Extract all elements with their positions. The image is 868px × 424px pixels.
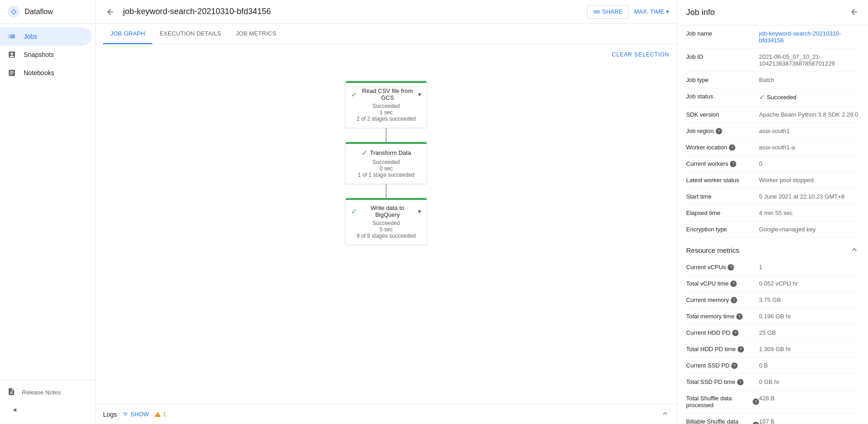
node-content-write-bq: ✓ Write data to BigQuery ▾ Succeeded 5 s… bbox=[346, 200, 427, 245]
info-row-job-id: Job ID 2021-06-05_07_10_21-1042136387388… bbox=[686, 49, 859, 72]
metric-row-total-memory-time: Total memory time ? 0.196 GB hr bbox=[686, 308, 859, 325]
share-button[interactable]: SHARE bbox=[587, 5, 629, 19]
node-stages-read-csv: 2 of 2 stages succeeded bbox=[351, 116, 421, 122]
max-time-button[interactable]: MAX. TIME ▾ bbox=[634, 8, 669, 15]
connector-2 bbox=[386, 184, 387, 198]
sidebar-collapse-button[interactable]: ◄ bbox=[7, 402, 22, 417]
snapshot-icon bbox=[7, 50, 16, 59]
metric-label-total-vcpu-time: Total vCPU time ? bbox=[686, 280, 759, 287]
info-value-sdk-version: Apache Beam Python 3.8 SDK 2.29.0 bbox=[759, 111, 859, 118]
resource-metrics-section: Current vCPUs ? 1 Total vCPU time ? 0.05… bbox=[677, 259, 868, 424]
metric-value-total-ssd-pd-time: 0 GB hr bbox=[759, 378, 859, 385]
node-check-icon-write-bq: ✓ bbox=[351, 207, 357, 216]
metric-value-total-vcpu-time: 0.052 vCPU hr bbox=[759, 280, 859, 287]
info-label-job-status: Job status bbox=[686, 93, 759, 100]
tab-execution-details[interactable]: EXECUTION DETAILS bbox=[152, 24, 228, 44]
metric-row-current-vcpus: Current vCPUs ? 1 bbox=[686, 259, 859, 276]
logs-show-button[interactable]: SHOW bbox=[122, 411, 149, 418]
worker-location-help-icon[interactable]: ? bbox=[729, 144, 735, 151]
dataflow-logo bbox=[7, 5, 20, 18]
pipeline-container: ✓ Read CSV file from GCS ▾ Succeeded 1 s… bbox=[96, 44, 677, 404]
metric-value-current-hdd-pd: 25 GB bbox=[759, 329, 859, 336]
total-ssd-pd-time-help-icon[interactable]: ? bbox=[737, 379, 744, 385]
total-memory-time-help-icon[interactable]: ? bbox=[736, 313, 743, 320]
sidebar-item-jobs[interactable]: Jobs bbox=[0, 27, 92, 46]
sidebar-item-snapshots-label: Snapshots bbox=[24, 51, 54, 58]
metric-value-current-vcpus: 1 bbox=[759, 264, 859, 271]
metric-row-total-shuffle-data: Total Shuffle data processed ? 428 B bbox=[686, 390, 859, 414]
pipeline-node-write-bq[interactable]: ✓ Write data to BigQuery ▾ Succeeded 5 s… bbox=[345, 198, 427, 245]
info-label-start-time: Start time bbox=[686, 193, 759, 200]
billable-shuffle-data-help-icon[interactable]: ? bbox=[753, 422, 759, 424]
main-content: job-keyword-search-20210310-bfd34156 SHA… bbox=[96, 0, 677, 424]
resource-metrics-toggle[interactable] bbox=[850, 245, 859, 255]
info-row-job-region: Job region ? asia-south1 bbox=[686, 123, 859, 139]
info-value-current-workers: 0 bbox=[759, 160, 859, 167]
info-row-encryption-type: Encryption type Google-managed key bbox=[686, 221, 859, 238]
info-row-job-status: Job status ✓ Succeeded bbox=[686, 88, 859, 107]
info-value-encryption-type: Google-managed key bbox=[759, 226, 859, 233]
graph-area: CLEAR SELECTION ✓ Read CSV file from GCS… bbox=[96, 44, 677, 404]
node-title-read-csv: Read CSV file from GCS bbox=[360, 87, 415, 101]
right-panel-title: Job info bbox=[686, 8, 715, 17]
info-value-worker-status: Worker pool stopped. bbox=[759, 177, 859, 184]
sidebar-item-snapshots[interactable]: Snapshots bbox=[0, 46, 92, 64]
info-label-sdk-version: SDK version bbox=[686, 111, 759, 118]
current-workers-help-icon[interactable]: ? bbox=[730, 161, 736, 167]
info-value-job-name[interactable]: job-keyword-search-20210310-bfd34156 bbox=[759, 30, 859, 44]
metric-label-total-memory-time: Total memory time ? bbox=[686, 313, 759, 320]
app-name: Dataflow bbox=[25, 8, 53, 16]
release-notes-label: Release Notes bbox=[22, 389, 61, 396]
total-vcpu-time-help-icon[interactable]: ? bbox=[730, 281, 737, 287]
release-notes-icon bbox=[7, 388, 16, 397]
info-value-job-region: asia-south1 bbox=[759, 128, 859, 134]
sidebar-item-notebooks-label: Notebooks bbox=[24, 69, 54, 77]
job-title: job-keyword-search-20210310-bfd34156 bbox=[123, 7, 582, 16]
metric-label-total-hdd-pd-time: Total HDD PD time ? bbox=[686, 346, 759, 352]
logs-show-label: SHOW bbox=[130, 411, 149, 418]
info-value-job-id: 2021-06-05_07_10_21-10421363873887858701… bbox=[759, 53, 859, 67]
right-panel-header: Job info bbox=[677, 0, 868, 26]
node-check-icon-read-csv: ✓ bbox=[351, 90, 357, 99]
sidebar-item-notebooks[interactable]: Notebooks bbox=[0, 64, 92, 82]
back-button[interactable] bbox=[103, 5, 118, 19]
current-vcpus-help-icon[interactable]: ? bbox=[728, 264, 734, 271]
current-hdd-pd-help-icon[interactable]: ? bbox=[732, 330, 739, 336]
info-row-sdk-version: SDK version Apache Beam Python 3.8 SDK 2… bbox=[686, 107, 859, 123]
current-ssd-pd-help-icon[interactable]: ? bbox=[731, 363, 738, 369]
node-check-icon-transform: ✓ bbox=[362, 148, 367, 157]
metric-label-current-hdd-pd: Current HDD PD ? bbox=[686, 329, 759, 336]
info-row-elapsed-time: Elapsed time 4 min 55 sec bbox=[686, 205, 859, 221]
node-header-read-csv: ✓ Read CSV file from GCS ▾ bbox=[351, 87, 421, 101]
info-row-job-type: Job type Batch bbox=[686, 72, 859, 88]
tab-job-metrics[interactable]: JOB METRICS bbox=[228, 24, 284, 44]
clear-selection-button[interactable]: CLEAR SELECTION bbox=[612, 51, 669, 58]
tab-job-graph[interactable]: JOB GRAPH bbox=[103, 24, 152, 44]
sidebar-item-jobs-label: Jobs bbox=[24, 33, 37, 40]
metric-label-current-ssd-pd: Current SSD PD ? bbox=[686, 362, 759, 369]
release-notes-link[interactable]: Release Notes bbox=[7, 388, 88, 397]
node-content-read-csv: ✓ Read CSV file from GCS ▾ Succeeded 1 s… bbox=[346, 83, 427, 128]
logs-label: Logs bbox=[103, 411, 117, 418]
metric-value-total-shuffle-data: 428 B bbox=[759, 395, 859, 402]
pipeline-node-read-csv[interactable]: ✓ Read CSV file from GCS ▾ Succeeded 1 s… bbox=[345, 81, 427, 128]
max-time-label: MAX. TIME bbox=[634, 8, 664, 15]
metric-row-total-vcpu-time: Total vCPU time ? 0.052 vCPU hr bbox=[686, 276, 859, 292]
info-row-start-time: Start time 5 June 2021 at 22:10:23 GMT+8 bbox=[686, 189, 859, 205]
resource-metrics-header: Resource metrics bbox=[677, 238, 868, 259]
resource-metrics-title: Resource metrics bbox=[686, 246, 739, 254]
logs-warning-button[interactable]: 1 bbox=[155, 411, 166, 418]
total-hdd-pd-time-help-icon[interactable]: ? bbox=[738, 346, 744, 352]
info-label-job-name: Job name bbox=[686, 30, 759, 37]
right-panel-collapse-button[interactable] bbox=[850, 7, 859, 18]
job-region-help-icon[interactable]: ? bbox=[716, 128, 722, 134]
node-title-write-bq: Write data to BigQuery bbox=[360, 204, 415, 218]
info-label-encryption-type: Encryption type bbox=[686, 226, 759, 233]
current-memory-help-icon[interactable]: ? bbox=[731, 297, 737, 303]
total-shuffle-data-help-icon[interactable]: ? bbox=[753, 398, 759, 405]
node-status-write-bq: Succeeded bbox=[351, 220, 421, 226]
logs-collapse-button[interactable] bbox=[661, 409, 669, 419]
info-row-job-name: Job name job-keyword-search-20210310-bfd… bbox=[686, 26, 859, 49]
pipeline-node-transform[interactable]: ✓ Transform Data Succeeded 0 sec 1 of 1 … bbox=[345, 142, 427, 184]
metric-value-current-ssd-pd: 0 B bbox=[759, 362, 859, 369]
